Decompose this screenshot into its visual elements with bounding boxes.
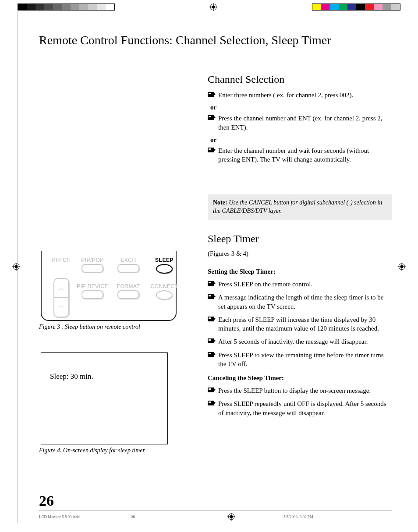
registration-mark-bottom <box>227 513 235 521</box>
button-sleep <box>156 264 173 274</box>
arrow-bullet-icon <box>208 115 214 120</box>
arrow-bullet-icon <box>208 92 214 97</box>
channel-selection-heading: Channel Selection <box>208 74 392 85</box>
button-pip-device <box>81 290 103 299</box>
label-connect: CONNECT <box>148 283 181 289</box>
printer-marks-top <box>0 2 418 12</box>
button-exch <box>117 264 139 273</box>
bullet-text: Press SLEEP to view the remaining time b… <box>218 351 392 369</box>
or-separator: or <box>210 104 392 111</box>
chevron-down-icon: ﹀ <box>54 298 68 317</box>
label-format: FORMAT <box>112 283 145 289</box>
arrow-bullet-icon <box>208 294 214 299</box>
arrow-bullet-icon <box>208 148 214 152</box>
list-item: Each press of SLEEP will increase the ti… <box>208 315 392 333</box>
footer-file: LCD Monitor 5 8 03.indd <box>39 514 131 519</box>
registration-mark-top <box>209 3 217 11</box>
left-column: PIP CH PIP/POP EXCH SLEEP ︿ <box>39 74 195 454</box>
arrow-bullet-icon <box>208 401 214 405</box>
arrow-bullet-icon <box>208 317 214 321</box>
bullet-text: Press the channel number and ENT (ex. fo… <box>218 114 392 132</box>
arrow-bullet-icon <box>208 352 214 357</box>
list-item: Press SLEEP repeatedly until OFF is disp… <box>208 399 392 417</box>
label-exch: EXCH <box>112 257 145 263</box>
rocker-pip-ch: ︿ ﹀ <box>53 278 69 317</box>
bullet-text: Press SLEEP on the remote control. <box>218 280 312 289</box>
bullet-text: Enter the channel number and wait four s… <box>218 146 392 164</box>
bullet-text: Press the SLEEP button to display the on… <box>218 386 371 395</box>
sleep-timer-heading: Sleep Timer <box>208 233 392 245</box>
label-pip-pop: PIP/POP <box>76 257 109 263</box>
footer-page: 26 <box>131 514 227 519</box>
sleep-display-text: Sleep: 30 min. <box>50 372 93 381</box>
footer: LCD Monitor 5 8 03.indd 26 5/8/2003, 3:0… <box>39 511 392 521</box>
figure3-caption: Figure 3 . Sleep button on remote contro… <box>39 324 195 331</box>
label-pip-device: PIP DEVICE <box>76 283 109 289</box>
or-separator: or <box>210 136 392 144</box>
bullet-text: Press SLEEP repeatedly until OFF is disp… <box>218 399 392 417</box>
sleep-display-box: Sleep: 30 min. <box>41 352 168 444</box>
label-pip-ch: PIP CH <box>50 257 73 263</box>
arrow-bullet-icon <box>208 281 214 286</box>
list-item: Press the SLEEP button to display the on… <box>208 386 392 395</box>
note-box: Note: Use the CANCEL button for digital … <box>208 194 392 220</box>
bullet-text: After 5 seconds of inactivity, the messa… <box>218 337 368 346</box>
remote-diagram: PIP CH PIP/POP EXCH SLEEP ︿ <box>41 251 177 321</box>
setting-subheading: Setting the Sleep Timer: <box>208 268 392 275</box>
bullet-text: Each press of SLEEP will increase the ti… <box>218 315 392 333</box>
button-format <box>117 290 139 299</box>
chevron-up-icon: ︿ <box>54 279 68 298</box>
list-item: Press SLEEP to view the remaining time b… <box>208 351 392 369</box>
list-item: Enter three numbers ( ex. for channel 2,… <box>208 91 392 99</box>
right-column: Channel Selection Enter three numbers ( … <box>208 74 392 454</box>
page-body: Remote Control Functions: Channel Select… <box>18 11 405 523</box>
bullet-text: Enter three numbers ( ex. for channel 2,… <box>218 91 353 99</box>
figure4-caption: Figure 4. On-screen display for sleep ti… <box>39 447 195 454</box>
figures-reference: (Figures 3 & 4) <box>208 250 392 257</box>
arrow-bullet-icon <box>208 388 214 392</box>
bullet-text: A message indicating the length of time … <box>218 293 392 311</box>
label-sleep: SLEEP <box>148 257 181 263</box>
gray-swatch-strip <box>18 4 115 11</box>
list-item: Enter the channel number and wait four s… <box>208 146 392 164</box>
note-text: Use the CANCEL button for digital subcha… <box>213 199 382 214</box>
cancel-subheading: Canceling the Sleep Timer: <box>208 374 392 382</box>
list-item: Press the channel number and ENT (ex. fo… <box>208 114 392 132</box>
list-item: Press SLEEP on the remote control. <box>208 280 392 289</box>
list-item: After 5 seconds of inactivity, the messa… <box>208 337 392 346</box>
note-label: Note: <box>213 199 227 206</box>
arrow-bullet-icon <box>208 338 214 343</box>
page-title: Remote Control Functions: Channel Select… <box>39 33 392 47</box>
button-connect <box>156 290 173 300</box>
color-swatch-strip <box>312 4 400 11</box>
footer-date: 5/8/2003, 3:02 PM <box>248 514 392 519</box>
page-number: 26 <box>39 493 54 509</box>
list-item: A message indicating the length of time … <box>208 293 392 311</box>
button-pip-pop <box>81 264 103 273</box>
